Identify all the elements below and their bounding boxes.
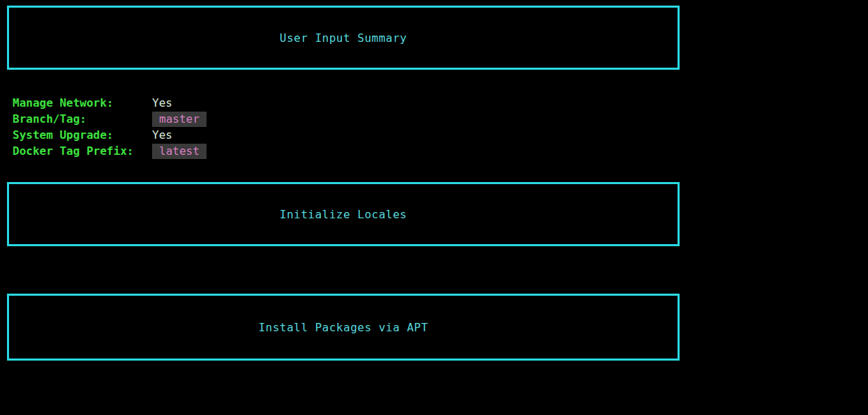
banner-title: Initialize Locales: [280, 206, 407, 222]
banner-title: User Input Summary: [280, 30, 407, 46]
summary-label: Manage Network:: [13, 95, 152, 111]
apt-log-output: Hit:1 http://deb.debian.org/debian bookw…: [0, 384, 475, 415]
summary-row-branch-tag: Branch/Tag: master: [13, 111, 207, 127]
terminal-screen: User Input Summary Manage Network: Yes B…: [0, 0, 868, 415]
summary-label: Branch/Tag:: [13, 111, 152, 127]
summary-label: Docker Tag Prefix:: [13, 143, 152, 159]
summary-row-system-upgrade: System Upgrade: Yes: [13, 127, 207, 143]
user-input-summary-list: Manage Network: Yes Branch/Tag: master S…: [13, 95, 207, 159]
summary-value: Yes: [152, 127, 172, 143]
banner-initialize-locales: Initialize Locales: [7, 182, 680, 246]
banner-install-packages-via-apt: Install Packages via APT: [7, 294, 680, 361]
banner-title: Install Packages via APT: [258, 319, 428, 335]
summary-value-badge: master: [152, 112, 207, 127]
summary-value-badge: latest: [152, 144, 207, 159]
summary-value: Yes: [152, 95, 172, 111]
summary-row-docker-tag-prefix: Docker Tag Prefix: latest: [13, 143, 207, 159]
summary-label: System Upgrade:: [13, 127, 152, 143]
summary-row-manage-network: Manage Network: Yes: [13, 95, 207, 111]
banner-user-input-summary: User Input Summary: [7, 6, 680, 70]
